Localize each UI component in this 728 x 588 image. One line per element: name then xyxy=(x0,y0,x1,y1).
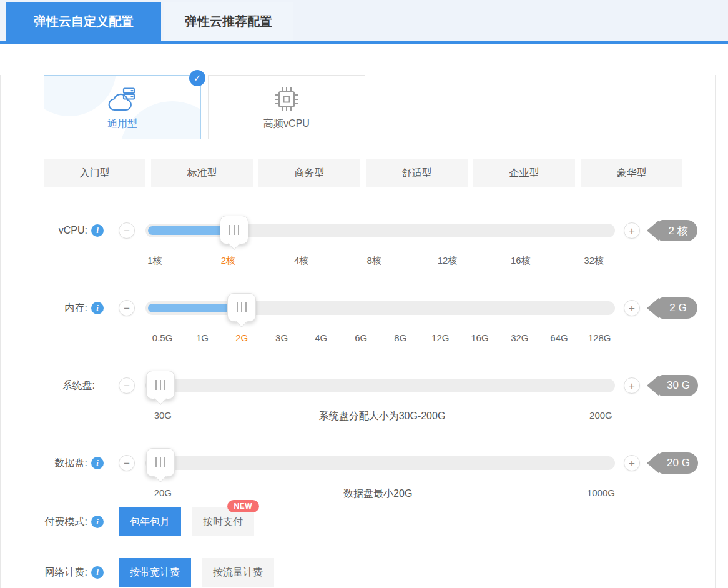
tick-label[interactable]: 4核 xyxy=(294,255,308,267)
preset-button[interactable]: 舒适型 xyxy=(366,159,468,187)
slider-label: vCPU: i xyxy=(1,224,104,237)
slider-label-text: 数据盘: xyxy=(55,457,87,470)
slider-track[interactable] xyxy=(145,379,615,392)
slider-handle[interactable] xyxy=(146,371,175,399)
option-items: 按带宽计费按流量计费 xyxy=(119,558,274,587)
cpu-icon xyxy=(272,84,301,113)
slider-label-text: 内存: xyxy=(65,302,87,315)
slider-track[interactable] xyxy=(145,224,615,237)
accent-divider xyxy=(0,41,728,44)
tick-label[interactable]: 1000G xyxy=(587,487,615,498)
cloud-server-icon xyxy=(107,84,138,113)
tick-label[interactable]: 32G xyxy=(511,332,528,343)
preset-button[interactable]: 企业型 xyxy=(473,159,575,187)
slider-row: 内存: i − 0.5G1G2G3G4G6G8G12G16G32G64G128G… xyxy=(1,301,715,345)
slider-hint-text: 数据盘最小20G xyxy=(343,487,412,501)
slider-row: vCPU: i − 1核2核4核8核12核16核32核 + 2 核 xyxy=(1,224,715,267)
info-icon[interactable]: i xyxy=(91,516,104,528)
tick-label[interactable]: 64G xyxy=(550,332,568,343)
instance-type-cards: 通用型 ✓ 高频vCPU xyxy=(44,75,715,139)
slider-handle[interactable] xyxy=(220,216,248,244)
increase-button[interactable]: + xyxy=(624,300,640,316)
card-general-type[interactable]: 通用型 ✓ xyxy=(44,75,201,139)
option-section: 付费模式: i 包年包月按时支付NEW 网络计费: i 按带宽计费按流量计费 xyxy=(1,507,715,587)
card-label: 通用型 xyxy=(107,117,137,131)
slider-section: vCPU: i − 1核2核4核8核12核16核32核 + 2 核 内存: i … xyxy=(1,224,715,500)
card-high-freq-vcpu[interactable]: 高频vCPU xyxy=(208,75,365,139)
slider-ticks: 20G数据盘最小20G1000G xyxy=(145,487,615,500)
decrease-button[interactable]: − xyxy=(119,377,135,394)
slider-handle[interactable] xyxy=(146,448,175,477)
tick-label[interactable]: 8G xyxy=(394,332,406,343)
option-button[interactable]: 包年包月 xyxy=(119,507,181,536)
option-label: 网络计费: i xyxy=(1,566,104,579)
option-button[interactable]: 按带宽计费 xyxy=(119,558,191,587)
slider-track[interactable] xyxy=(145,456,615,470)
tick-label[interactable]: 16核 xyxy=(511,255,531,267)
slider-label: 内存: i xyxy=(1,301,104,315)
preset-button[interactable]: 豪华型 xyxy=(581,159,682,187)
option-row: 网络计费: i 按带宽计费按流量计费 xyxy=(1,558,715,587)
preset-buttons: 入门型标准型商务型舒适型企业型豪华型 xyxy=(44,159,715,187)
info-icon[interactable]: i xyxy=(91,457,104,469)
tick-label[interactable]: 0.5G xyxy=(152,332,173,343)
increase-button[interactable]: + xyxy=(624,455,640,471)
tick-label[interactable]: 2G xyxy=(235,332,248,343)
tab-bar: 弹性云自定义配置 弹性云推荐配置 xyxy=(0,0,728,41)
tick-label[interactable]: 30G xyxy=(154,410,172,421)
preset-button[interactable]: 标准型 xyxy=(151,159,253,187)
increase-button[interactable]: + xyxy=(624,222,640,239)
slider-row: 系统盘: − 30G系统盘分配大小为30G-200G200G + 30 G xyxy=(1,379,715,422)
increase-button[interactable]: + xyxy=(624,377,640,394)
slider-ticks: 30G系统盘分配大小为30G-200G200G xyxy=(145,410,615,422)
preset-button[interactable]: 商务型 xyxy=(258,159,360,187)
slider: 20G数据盘最小20G1000G xyxy=(145,456,615,500)
info-icon[interactable]: i xyxy=(91,302,104,314)
selected-check-icon: ✓ xyxy=(189,70,205,86)
value-badge: 2 G xyxy=(659,297,697,319)
info-icon[interactable]: i xyxy=(91,224,104,237)
tick-label[interactable]: 6G xyxy=(355,332,367,343)
tick-label[interactable]: 32核 xyxy=(584,255,604,267)
tick-label[interactable]: 3G xyxy=(275,332,288,343)
tick-label[interactable]: 1核 xyxy=(147,255,162,267)
tick-label[interactable]: 4G xyxy=(315,332,327,343)
tick-label[interactable]: 1G xyxy=(196,332,209,343)
tick-label[interactable]: 2核 xyxy=(221,255,235,267)
tick-label[interactable]: 20G xyxy=(154,487,172,498)
config-panel: 通用型 ✓ 高频vCPU 入门型标准型商务型舒适型企业型豪华型 vCPU: i … xyxy=(0,75,716,588)
tick-label[interactable]: 12核 xyxy=(438,255,458,267)
option-button[interactable]: 按时支付NEW xyxy=(192,507,254,536)
tab-custom-config[interactable]: 弹性云自定义配置 xyxy=(6,2,161,41)
option-items: 包年包月按时支付NEW xyxy=(119,507,254,536)
option-label-text: 网络计费: xyxy=(45,566,87,579)
tick-label[interactable]: 200G xyxy=(589,410,612,421)
value-badge: 30 G xyxy=(659,375,698,396)
slider-hint-text: 系统盘分配大小为30G-200G xyxy=(319,410,446,423)
slider-ticks: 0.5G1G2G3G4G6G8G12G16G32G64G128G xyxy=(145,332,615,345)
tab-recommended-config[interactable]: 弹性云推荐配置 xyxy=(164,2,293,41)
slider-label-text: 系统盘: xyxy=(62,379,95,392)
value-badge: 20 G xyxy=(659,452,698,474)
decrease-button[interactable]: − xyxy=(119,300,135,316)
slider-handle[interactable] xyxy=(227,293,256,322)
option-row: 付费模式: i 包年包月按时支付NEW xyxy=(1,507,715,536)
tick-label[interactable]: 8核 xyxy=(367,255,381,267)
tick-label[interactable]: 12G xyxy=(431,332,449,343)
slider-track[interactable] xyxy=(145,301,615,315)
slider-row: 数据盘: i − 20G数据盘最小20G1000G + 20 G xyxy=(1,456,715,500)
tick-label[interactable]: 128G xyxy=(588,332,611,343)
slider: 1核2核4核8核12核16核32核 xyxy=(145,224,615,267)
decrease-button[interactable]: − xyxy=(119,222,135,239)
slider-label: 系统盘: xyxy=(1,379,104,392)
preset-button[interactable]: 入门型 xyxy=(44,159,145,187)
slider-ticks: 1核2核4核8核12核16核32核 xyxy=(145,255,615,267)
slider: 0.5G1G2G3G4G6G8G12G16G32G64G128G xyxy=(145,301,615,345)
value-badge: 2 核 xyxy=(659,220,697,241)
option-button[interactable]: 按流量计费 xyxy=(202,558,274,587)
info-icon[interactable]: i xyxy=(91,566,104,579)
tick-label[interactable]: 16G xyxy=(471,332,488,343)
decrease-button[interactable]: − xyxy=(119,455,135,471)
slider-label-text: vCPU: xyxy=(59,225,87,236)
option-label: 付费模式: i xyxy=(1,515,104,529)
